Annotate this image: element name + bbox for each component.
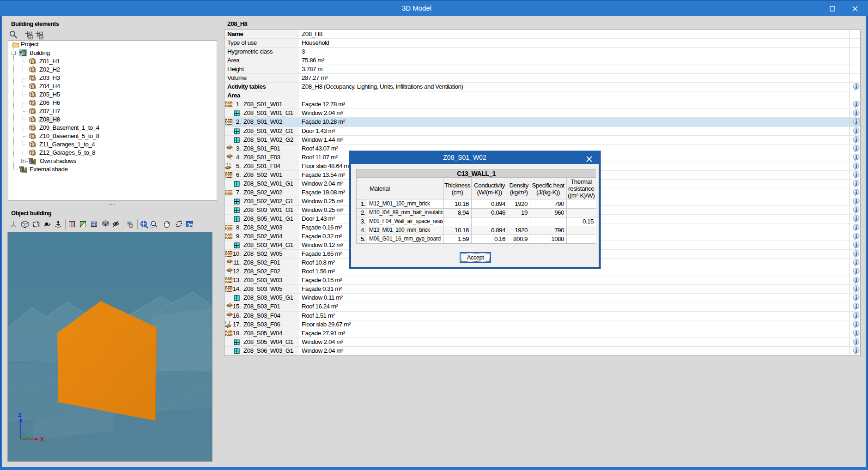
svg-text:Z: Z xyxy=(18,411,22,418)
svg-text:X: X xyxy=(40,436,44,443)
svg-text:y: y xyxy=(23,433,25,437)
